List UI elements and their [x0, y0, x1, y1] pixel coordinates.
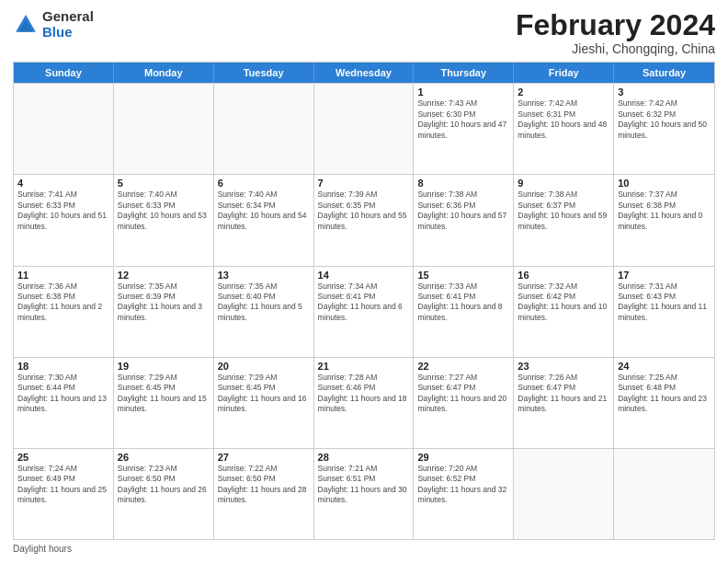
calendar-cell: 9Sunrise: 7:38 AM Sunset: 6:37 PM Daylig… — [514, 175, 614, 265]
day-number: 11 — [17, 270, 109, 281]
calendar-cell: 18Sunrise: 7:30 AM Sunset: 6:44 PM Dayli… — [14, 358, 114, 448]
calendar-cell — [314, 84, 415, 174]
calendar-cell: 28Sunrise: 7:21 AM Sunset: 6:51 PM Dayli… — [314, 449, 415, 539]
day-number: 28 — [318, 452, 410, 463]
day-info: Sunrise: 7:32 AM Sunset: 6:42 PM Dayligh… — [518, 282, 609, 324]
calendar-cell: 14Sunrise: 7:34 AM Sunset: 6:41 PM Dayli… — [314, 267, 415, 357]
day-info: Sunrise: 7:21 AM Sunset: 6:51 PM Dayligh… — [318, 464, 410, 506]
calendar-cell: 11Sunrise: 7:36 AM Sunset: 6:38 PM Dayli… — [14, 267, 114, 357]
title-block: February 2024 Jieshi, Chongqing, China — [516, 9, 715, 56]
day-info: Sunrise: 7:38 AM Sunset: 6:37 PM Dayligh… — [518, 190, 609, 232]
calendar-cell: 5Sunrise: 7:40 AM Sunset: 6:33 PM Daylig… — [114, 175, 214, 265]
calendar-row: 1Sunrise: 7:43 AM Sunset: 6:30 PM Daylig… — [14, 83, 714, 174]
page: General Blue February 2024 Jieshi, Chong… — [0, 0, 728, 563]
day-number: 1 — [417, 86, 509, 98]
day-number: 26 — [118, 452, 210, 463]
day-number: 27 — [218, 452, 310, 463]
logo-icon — [13, 12, 39, 38]
calendar-cell: 1Sunrise: 7:43 AM Sunset: 6:30 PM Daylig… — [414, 84, 514, 174]
day-number: 3 — [618, 86, 711, 98]
calendar-cell: 23Sunrise: 7:26 AM Sunset: 6:47 PM Dayli… — [514, 358, 614, 448]
calendar: SundayMondayTuesdayWednesdayThursdayFrid… — [13, 62, 715, 540]
day-number: 16 — [518, 270, 609, 281]
calendar-cell: 26Sunrise: 7:23 AM Sunset: 6:50 PM Dayli… — [114, 449, 214, 539]
calendar-cell: 8Sunrise: 7:38 AM Sunset: 6:36 PM Daylig… — [414, 175, 514, 265]
day-info: Sunrise: 7:39 AM Sunset: 6:35 PM Dayligh… — [318, 190, 410, 232]
day-info: Sunrise: 7:24 AM Sunset: 6:49 PM Dayligh… — [17, 464, 109, 506]
day-number: 15 — [417, 270, 509, 281]
calendar-header-cell: Thursday — [414, 63, 514, 83]
calendar-header-cell: Monday — [114, 63, 214, 83]
logo-general: General — [42, 9, 94, 25]
calendar-cell: 17Sunrise: 7:31 AM Sunset: 6:43 PM Dayli… — [614, 267, 714, 357]
day-info: Sunrise: 7:25 AM Sunset: 6:48 PM Dayligh… — [618, 373, 711, 415]
day-number: 13 — [218, 270, 310, 281]
day-info: Sunrise: 7:36 AM Sunset: 6:38 PM Dayligh… — [17, 282, 109, 324]
day-number: 29 — [417, 452, 509, 463]
day-info: Sunrise: 7:29 AM Sunset: 6:45 PM Dayligh… — [218, 373, 310, 415]
calendar-cell: 25Sunrise: 7:24 AM Sunset: 6:49 PM Dayli… — [14, 449, 114, 539]
day-info: Sunrise: 7:40 AM Sunset: 6:33 PM Dayligh… — [118, 190, 210, 232]
calendar-cell: 16Sunrise: 7:32 AM Sunset: 6:42 PM Dayli… — [514, 267, 614, 357]
footer: Daylight hours — [13, 544, 715, 554]
calendar-row: 11Sunrise: 7:36 AM Sunset: 6:38 PM Dayli… — [14, 266, 714, 357]
day-number: 4 — [17, 178, 109, 189]
calendar-cell: 7Sunrise: 7:39 AM Sunset: 6:35 PM Daylig… — [314, 175, 415, 265]
day-number: 2 — [518, 86, 609, 98]
day-number: 12 — [118, 270, 210, 281]
day-info: Sunrise: 7:35 AM Sunset: 6:40 PM Dayligh… — [218, 282, 310, 324]
day-number: 6 — [218, 178, 310, 189]
calendar-cell: 15Sunrise: 7:33 AM Sunset: 6:41 PM Dayli… — [414, 267, 514, 357]
day-number: 25 — [17, 452, 109, 463]
daylight-label: Daylight hours — [13, 544, 72, 554]
calendar-header-cell: Sunday — [14, 63, 114, 83]
calendar-cell — [14, 84, 114, 174]
day-info: Sunrise: 7:31 AM Sunset: 6:43 PM Dayligh… — [618, 282, 711, 324]
day-info: Sunrise: 7:38 AM Sunset: 6:36 PM Dayligh… — [417, 190, 509, 232]
calendar-body: 1Sunrise: 7:43 AM Sunset: 6:30 PM Daylig… — [14, 83, 714, 539]
day-info: Sunrise: 7:34 AM Sunset: 6:41 PM Dayligh… — [318, 282, 410, 324]
calendar-cell: 4Sunrise: 7:41 AM Sunset: 6:33 PM Daylig… — [14, 175, 114, 265]
calendar-cell — [114, 84, 214, 174]
day-number: 5 — [118, 178, 210, 189]
day-info: Sunrise: 7:33 AM Sunset: 6:41 PM Dayligh… — [417, 282, 509, 324]
day-info: Sunrise: 7:20 AM Sunset: 6:52 PM Dayligh… — [417, 464, 509, 506]
day-info: Sunrise: 7:28 AM Sunset: 6:46 PM Dayligh… — [318, 373, 410, 415]
calendar-cell: 2Sunrise: 7:42 AM Sunset: 6:31 PM Daylig… — [514, 84, 614, 174]
day-number: 23 — [518, 361, 609, 372]
day-info: Sunrise: 7:42 AM Sunset: 6:31 PM Dayligh… — [518, 98, 609, 141]
day-number: 20 — [218, 361, 310, 372]
calendar-cell: 3Sunrise: 7:42 AM Sunset: 6:32 PM Daylig… — [614, 84, 714, 174]
day-number: 10 — [618, 178, 711, 189]
calendar-cell: 24Sunrise: 7:25 AM Sunset: 6:48 PM Dayli… — [614, 358, 714, 448]
day-number: 9 — [518, 178, 609, 189]
calendar-cell: 20Sunrise: 7:29 AM Sunset: 6:45 PM Dayli… — [214, 358, 314, 448]
calendar-cell: 6Sunrise: 7:40 AM Sunset: 6:34 PM Daylig… — [214, 175, 314, 265]
day-info: Sunrise: 7:41 AM Sunset: 6:33 PM Dayligh… — [17, 190, 109, 232]
title-month: February 2024 — [516, 9, 715, 41]
calendar-header-cell: Saturday — [614, 63, 714, 83]
calendar-cell: 29Sunrise: 7:20 AM Sunset: 6:52 PM Dayli… — [414, 449, 514, 539]
calendar-cell: 12Sunrise: 7:35 AM Sunset: 6:39 PM Dayli… — [114, 267, 214, 357]
title-location: Jieshi, Chongqing, China — [516, 41, 715, 56]
day-number: 19 — [118, 361, 210, 372]
calendar-cell: 21Sunrise: 7:28 AM Sunset: 6:46 PM Dayli… — [314, 358, 415, 448]
day-number: 18 — [17, 361, 109, 372]
calendar-cell: 13Sunrise: 7:35 AM Sunset: 6:40 PM Dayli… — [214, 267, 314, 357]
calendar-row: 25Sunrise: 7:24 AM Sunset: 6:49 PM Dayli… — [14, 448, 714, 539]
calendar-header-cell: Wednesday — [314, 63, 415, 83]
day-info: Sunrise: 7:35 AM Sunset: 6:39 PM Dayligh… — [118, 282, 210, 324]
calendar-cell — [514, 449, 614, 539]
calendar-cell: 22Sunrise: 7:27 AM Sunset: 6:47 PM Dayli… — [414, 358, 514, 448]
calendar-cell — [214, 84, 314, 174]
logo-text: General Blue — [42, 9, 94, 40]
day-number: 21 — [318, 361, 410, 372]
day-info: Sunrise: 7:26 AM Sunset: 6:47 PM Dayligh… — [518, 373, 609, 415]
calendar-header-cell: Friday — [514, 63, 614, 83]
day-info: Sunrise: 7:37 AM Sunset: 6:38 PM Dayligh… — [618, 190, 711, 232]
day-number: 17 — [618, 270, 711, 281]
day-info: Sunrise: 7:42 AM Sunset: 6:32 PM Dayligh… — [618, 98, 711, 141]
day-number: 8 — [417, 178, 509, 189]
calendar-cell — [614, 449, 714, 539]
logo-blue: Blue — [42, 25, 94, 40]
